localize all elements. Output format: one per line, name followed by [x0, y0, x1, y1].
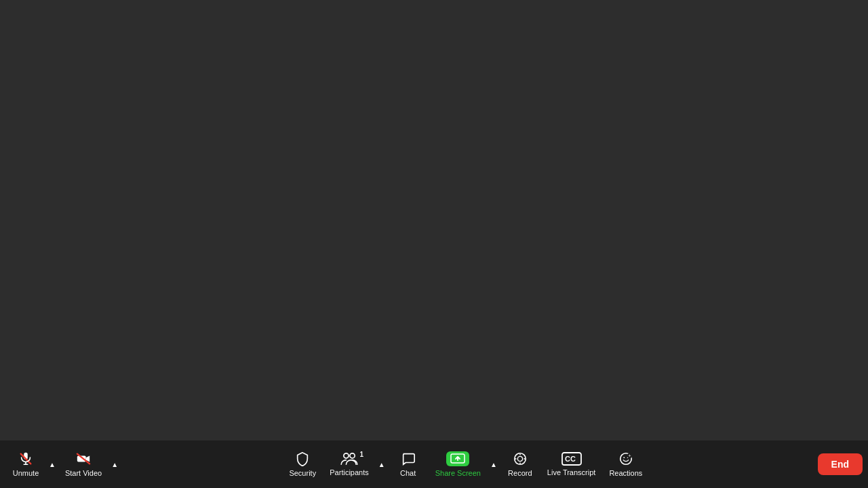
end-button[interactable]: End	[818, 453, 863, 475]
camera-off-icon	[76, 451, 91, 466]
participants-group: 1 Participants ▲	[323, 448, 387, 481]
share-screen-caret-icon: ▲	[490, 461, 497, 468]
record-label: Record	[508, 469, 532, 477]
svg-point-12	[524, 458, 525, 459]
toolbar-right: End	[811, 453, 863, 475]
live-transcript-button[interactable]: CC Live Transcript	[540, 448, 603, 481]
participants-button[interactable]: 1 Participants	[323, 448, 375, 481]
participants-caret-button[interactable]: ▲	[376, 457, 388, 472]
participants-caret-icon: ▲	[378, 461, 385, 468]
svg-point-13	[519, 463, 521, 464]
chat-icon	[401, 451, 416, 466]
record-button[interactable]: Record	[500, 447, 540, 481]
svg-point-14	[515, 458, 517, 459]
mic-muted-icon	[18, 451, 33, 466]
security-button[interactable]: Security	[282, 447, 323, 481]
security-label: Security	[289, 469, 316, 477]
chat-label: Chat	[400, 469, 416, 477]
chat-button[interactable]: Chat	[388, 447, 429, 481]
svg-point-18	[623, 457, 625, 458]
video-caret-icon: ▲	[111, 461, 118, 468]
reactions-button[interactable]: + Reactions	[602, 447, 649, 481]
svg-point-10	[517, 456, 522, 461]
toolbar: Unmute ▲ Start Video ▲	[0, 440, 868, 488]
reactions-icon: +	[618, 451, 633, 466]
toolbar-center: Security 1 Participants	[121, 447, 811, 481]
reactions-label: Reactions	[609, 469, 642, 477]
svg-text:CC: CC	[565, 455, 576, 463]
live-transcript-label: Live Transcript	[547, 468, 596, 476]
main-video-area	[0, 0, 868, 440]
svg-point-11	[519, 454, 521, 455]
unmute-caret-button[interactable]: ▲	[46, 457, 58, 472]
video-caret-button[interactable]: ▲	[108, 457, 121, 472]
share-screen-group: Share Screen ▲	[429, 447, 500, 481]
participants-label: Participants	[330, 468, 368, 476]
share-screen-icon	[446, 451, 469, 466]
shield-icon	[295, 451, 310, 466]
start-video-button[interactable]: Start Video	[58, 447, 108, 481]
video-group: Start Video ▲	[58, 447, 121, 481]
svg-text:+: +	[628, 453, 631, 459]
svg-point-7	[350, 453, 355, 458]
unmute-label: Unmute	[13, 469, 39, 477]
share-screen-label: Share Screen	[435, 469, 481, 477]
unmute-caret-icon: ▲	[49, 461, 56, 468]
participants-icon: 1	[340, 452, 358, 466]
record-icon	[513, 451, 528, 466]
unmute-group: Unmute ▲	[5, 447, 58, 481]
participants-count: 1	[359, 451, 363, 458]
share-screen-caret-button[interactable]: ▲	[488, 457, 500, 472]
cc-icon: CC	[561, 452, 582, 466]
start-video-label: Start Video	[65, 469, 102, 477]
svg-point-6	[344, 453, 349, 458]
share-screen-button[interactable]: Share Screen	[429, 447, 488, 481]
unmute-button[interactable]: Unmute	[5, 447, 46, 481]
